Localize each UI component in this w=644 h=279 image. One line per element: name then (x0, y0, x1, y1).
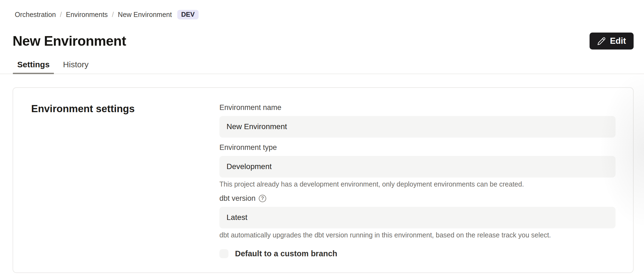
edit-button-label: Edit (610, 36, 626, 46)
environment-type-field: Environment type Development This projec… (219, 143, 616, 188)
dbt-version-field: dbt version Latest dbt automatically upg… (219, 194, 616, 239)
custom-branch-checkbox-label: Default to a custom branch (235, 249, 337, 258)
environment-name-field: Environment name New Environment (219, 103, 616, 138)
breadcrumb-item-new-environment[interactable]: New Environment (118, 11, 172, 19)
tab-settings[interactable]: Settings (13, 60, 54, 74)
edit-button[interactable]: Edit (590, 33, 634, 50)
pencil-icon (597, 37, 606, 45)
environment-type-label: Environment type (219, 143, 616, 152)
breadcrumb-item-orchestration[interactable]: Orchestration (15, 11, 56, 19)
environment-type-input[interactable]: Development (219, 156, 616, 178)
breadcrumb-separator: / (60, 11, 62, 19)
dbt-version-label: dbt version (219, 194, 256, 203)
page-header: New Environment Edit (13, 33, 634, 50)
tab-bar: Settings History (0, 60, 644, 74)
breadcrumb: Orchestration / Environments / New Envir… (15, 10, 634, 19)
environment-settings-form: Environment name New Environment Environ… (219, 103, 616, 258)
environment-name-input[interactable]: New Environment (219, 116, 616, 138)
environment-name-label: Environment name (219, 103, 616, 112)
dbt-version-input[interactable]: Latest (219, 207, 616, 228)
breadcrumb-item-environments[interactable]: Environments (66, 11, 108, 19)
card-heading: Environment settings (31, 103, 219, 115)
dbt-version-helper-text: dbt automatically upgrades the dbt versi… (219, 231, 616, 239)
custom-branch-row: Default to a custom branch (219, 249, 616, 258)
breadcrumb-separator: / (112, 11, 114, 19)
question-mark-circle-icon[interactable] (259, 195, 266, 202)
page-title: New Environment (13, 33, 126, 49)
dev-environment-badge: DEV (177, 10, 198, 19)
tab-history[interactable]: History (59, 60, 93, 74)
environment-type-helper-text: This project already has a development e… (219, 180, 616, 188)
environment-settings-card: Environment settings Environment name Ne… (13, 87, 634, 273)
custom-branch-checkbox[interactable] (219, 249, 228, 258)
page: Orchestration / Environments / New Envir… (0, 10, 644, 279)
